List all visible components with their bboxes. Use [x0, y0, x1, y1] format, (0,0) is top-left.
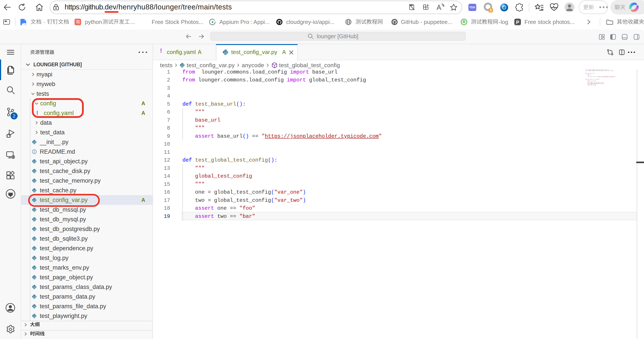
svg-text:3: 3: [490, 8, 492, 12]
